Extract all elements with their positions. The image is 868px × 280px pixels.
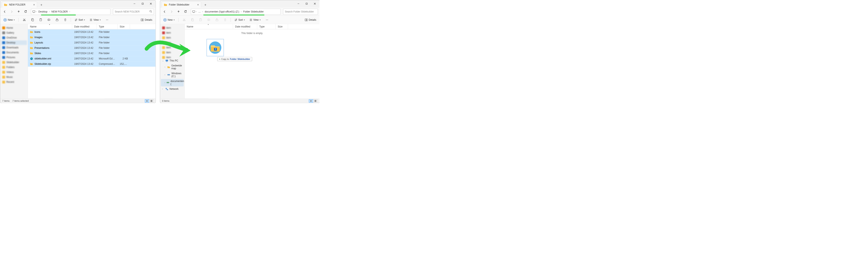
- sidebar-item[interactable]: Recent: [1, 80, 27, 84]
- forward-button[interactable]: [9, 9, 14, 15]
- svg-rect-45: [152, 100, 152, 101]
- more-button[interactable]: ⋯: [264, 18, 270, 22]
- new-tab-button[interactable]: +: [203, 2, 208, 7]
- svg-point-6: [150, 10, 151, 12]
- file-row[interactable]: Layouts19/07/2024 13:42File folder: [28, 40, 156, 45]
- up-button[interactable]: [16, 9, 22, 15]
- sidebar-item[interactable]: OneDrive: [1, 35, 27, 40]
- col-date[interactable]: Date modified: [233, 24, 257, 29]
- search-input[interactable]: Search NEW FOLDER: [113, 9, 154, 15]
- sidebar-item[interactable]: item: [161, 55, 184, 60]
- share-button: [214, 18, 220, 22]
- sidebar-item[interactable]: Slidebuilder: [1, 60, 27, 64]
- close-tab-icon[interactable]: ×: [197, 3, 199, 6]
- sidebar-item[interactable]: Gallery: [1, 31, 27, 35]
- minimize-button[interactable]: [294, 1, 302, 6]
- breadcrumb-overflow[interactable]: …: [197, 10, 202, 13]
- file-row[interactable]: Slidebuilder.zip19/07/2024 13:42Compress…: [28, 61, 156, 66]
- close-window-button[interactable]: [147, 1, 155, 6]
- folder-icon: [164, 3, 167, 6]
- tab-title: Folder Slidebuilder: [169, 3, 189, 6]
- breadcrumb-item-desktop[interactable]: Desktop: [38, 10, 48, 13]
- new-button[interactable]: New▾: [2, 18, 16, 22]
- sidebar-item[interactable]: item: [161, 50, 184, 55]
- view-details-toggle[interactable]: [309, 99, 313, 103]
- tree-documenten[interactable]: ›documenten (: [161, 79, 184, 86]
- paste-button[interactable]: [37, 18, 43, 22]
- sidebar-item[interactable]: Desktop: [1, 40, 27, 45]
- sidebar-item[interactable]: Folders: [1, 65, 27, 69]
- refresh-button[interactable]: [183, 9, 188, 15]
- col-type[interactable]: Type: [257, 24, 276, 29]
- breadcrumb[interactable]: › … › documenten (\\ppt-office01) (Z:) ›…: [191, 9, 281, 15]
- statusbar: 0 items: [160, 99, 319, 103]
- tab-active[interactable]: Folder Slidebuilder ×: [162, 1, 201, 7]
- annotation-highlight: [41, 15, 76, 16]
- rename-button: [206, 18, 212, 22]
- breadcrumb-item-newfolder[interactable]: NEW FOLDER: [51, 10, 69, 13]
- col-size[interactable]: Size: [276, 24, 288, 29]
- view-icons-toggle[interactable]: [150, 99, 154, 103]
- sidebar-item[interactable]: Pictures: [1, 55, 27, 60]
- breadcrumb-item-folder[interactable]: Folder Slidebuilder: [243, 10, 265, 13]
- nav-row: › Desktop › NEW FOLDER › Search NEW FOLD…: [0, 7, 156, 16]
- back-button[interactable]: [2, 9, 7, 15]
- sort-icon: [74, 19, 78, 21]
- copy-button[interactable]: [29, 18, 35, 22]
- breadcrumb[interactable]: › Desktop › NEW FOLDER ›: [31, 9, 111, 15]
- sidebar-item[interactable]: item: [161, 45, 184, 50]
- minimize-button[interactable]: [131, 1, 138, 6]
- cut-button[interactable]: [21, 18, 27, 22]
- share-button[interactable]: [54, 18, 60, 22]
- rename-button[interactable]: [46, 18, 52, 22]
- sidebar-item[interactable]: item: [161, 31, 184, 35]
- sidebar-item[interactable]: item: [161, 40, 184, 45]
- file-row[interactable]: Slides19/07/2024 13:42File folder: [28, 51, 156, 56]
- tree-network[interactable]: ›Network: [161, 87, 184, 91]
- up-button[interactable]: [176, 9, 181, 15]
- item-count: 0 items: [162, 100, 169, 102]
- sort-button[interactable]: Sort▾: [233, 18, 246, 22]
- sidebar-item[interactable]: Downloads: [1, 45, 27, 50]
- breadcrumb-item-drive[interactable]: documenten (\\ppt-office01) (Z:): [204, 10, 240, 13]
- search-input[interactable]: Search Folder Slidebuilder: [283, 9, 318, 15]
- new-button[interactable]: New▾: [162, 18, 176, 22]
- col-size[interactable]: Size: [118, 24, 130, 29]
- col-name[interactable]: Name▴: [185, 24, 233, 29]
- back-button[interactable]: [162, 9, 167, 15]
- sort-button[interactable]: Sort▾: [73, 18, 86, 22]
- maximize-button[interactable]: [303, 1, 310, 6]
- sidebar-item[interactable]: Documents: [1, 50, 27, 55]
- tab-active[interactable]: NEW FOLDER ×: [2, 1, 37, 7]
- sidebar-item[interactable]: Home: [1, 26, 27, 30]
- close-tab-icon[interactable]: ×: [33, 3, 35, 6]
- file-name: Layouts: [34, 41, 43, 44]
- sidebar-item[interactable]: item: [161, 35, 184, 40]
- sidebar-item[interactable]: Music: [1, 75, 27, 79]
- col-type[interactable]: Type: [97, 24, 118, 29]
- sidebar-item[interactable]: Videos: [1, 70, 27, 75]
- delete-button[interactable]: [62, 18, 68, 22]
- new-tab-button[interactable]: +: [39, 2, 44, 7]
- file-row[interactable]: slidebuilder.xml19/07/2024 13:42Microsof…: [28, 56, 156, 61]
- sidebar-item[interactable]: item: [161, 26, 184, 30]
- details-button[interactable]: Details: [304, 18, 318, 22]
- col-name[interactable]: Name▴: [28, 24, 72, 29]
- more-button[interactable]: ⋯: [104, 18, 110, 22]
- maximize-button[interactable]: [139, 1, 147, 6]
- col-date[interactable]: Date modified: [72, 24, 97, 29]
- details-button[interactable]: Details: [140, 18, 154, 22]
- view-button[interactable]: View▾: [248, 18, 262, 22]
- file-row[interactable]: Icons19/07/2024 13:42File folder: [28, 29, 156, 35]
- drag-tooltip-target: Folder Slidebuilder: [230, 58, 250, 60]
- file-row[interactable]: Images19/07/2024 13:42File folder: [28, 35, 156, 40]
- file-row[interactable]: Presentations19/07/2024 13:42File folder: [28, 45, 156, 51]
- close-window-button[interactable]: [311, 1, 319, 6]
- view-details-toggle[interactable]: [145, 99, 149, 103]
- view-icons-toggle[interactable]: [313, 99, 317, 103]
- view-button[interactable]: View▾: [88, 18, 102, 22]
- tree-shared[interactable]: ›Gedeelde map: [161, 63, 184, 71]
- forward-button[interactable]: [169, 9, 175, 15]
- refresh-button[interactable]: [23, 9, 28, 15]
- tree-windows[interactable]: ›Windows (C:): [161, 71, 184, 79]
